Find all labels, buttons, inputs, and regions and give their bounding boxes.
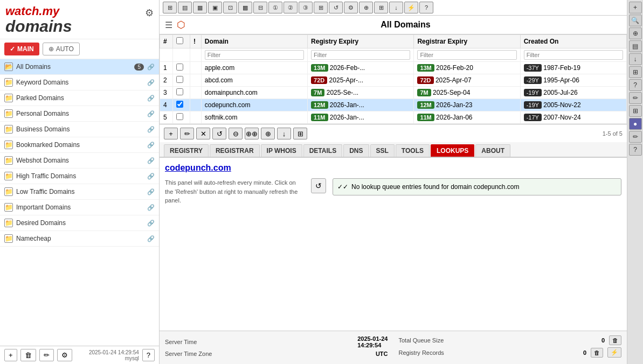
hamburger-icon[interactable]: ☰ [165,20,172,30]
toolbar-btn-10[interactable]: ⊞ [314,2,328,13]
sidebar-item-business-domains[interactable]: 📁Business Domains🔗 [0,122,159,137]
help-button[interactable]: ? [142,349,155,361]
tab-about[interactable]: ABOUT [475,144,510,157]
cell-checkbox[interactable] [173,99,190,111]
toolbar-btn-14[interactable]: ⊞ [374,2,388,13]
toolbar-btn-12[interactable]: ⚙ [344,2,358,13]
rt-edit-button[interactable]: ✏ [629,92,642,104]
sidebar-item-bookmarked-domains[interactable]: 📁Bookmarked Domains🔗 [0,137,159,153]
filter-registry-expiry[interactable] [311,50,410,60]
gear-icon[interactable]: ⚙ [145,7,154,19]
download-button[interactable]: ↓ [277,128,291,139]
table-row[interactable]: 3 domainpunch.com 7M 2025-Se-... 7M 2025… [160,87,627,99]
cell-num: 4 [160,99,173,111]
copy-button[interactable]: ⊕⊕ [245,128,259,139]
toolbar-btn-11[interactable]: ↺ [329,2,343,13]
delete-domain-button[interactable]: ✕ [196,128,210,139]
toolbar-btn-15[interactable]: ↓ [389,2,403,13]
registry-records-delete-button[interactable]: 🗑 [591,348,603,358]
registry-records-flash-button[interactable]: ⚡ [607,347,621,358]
total-queue-row: Total Queue Size 0 🗑 [399,335,622,345]
row-checkbox[interactable] [176,88,183,95]
tab-registrar[interactable]: REGISTRAR [210,144,260,157]
toolbar-btn-5[interactable]: ▩ [238,2,252,13]
total-queue-delete-button[interactable]: 🗑 [609,335,621,345]
rt-box-button[interactable]: ⊞ [629,105,642,117]
sidebar-item-personal-domains[interactable]: 📁Personal Domains🔗 [0,106,159,122]
rt-search-button[interactable]: 🔍 [629,15,642,26]
sidebar-item-parked-domains[interactable]: 📁Parked Domains🔗 [0,90,159,106]
toolbar-btn-8[interactable]: ② [284,2,298,13]
delete-list-button[interactable]: 🗑 [20,349,36,361]
tab-details[interactable]: DETAILS [303,144,342,157]
tab-registry[interactable]: REGISTRY [164,144,209,157]
move-button[interactable]: ⊕ [261,128,275,139]
cell-created: -29Y 1995-Apr-06 [520,74,626,87]
toolbar-btn-17[interactable]: ? [419,2,433,13]
sidebar-item-low-traffic-domains[interactable]: 📁Low Traffic Domains🔗 [0,184,159,200]
toolbar-btn-13[interactable]: ⊕ [359,2,373,13]
registry-badge: 72D [311,76,327,84]
auto-button[interactable]: ⊕ AUTO [43,43,80,55]
filter-registrar-expiry[interactable] [417,50,516,60]
edit-domain-button[interactable]: ✏ [180,128,194,139]
settings-list-button[interactable]: ⚙ [57,349,72,361]
rt-add-button[interactable]: + [629,2,642,13]
add-domain-button[interactable]: + [164,128,178,139]
content-area: ☰ ⬡ All Domains # ! Domain Registry Expi… [160,16,627,364]
rt-download-button[interactable]: ↓ [629,53,642,65]
toolbar-btn-1[interactable]: ▤ [178,2,192,13]
add-list-button[interactable]: + [4,349,17,361]
toolbar-btn-6[interactable]: ⊟ [253,2,267,13]
tab-ssl[interactable]: SSL [370,144,395,157]
table-row[interactable]: 5 softnik.com 11M 2026-Jan-... 11M 2026-… [160,111,627,124]
rt-help-button[interactable]: ? [629,79,642,91]
toolbar-btn-16[interactable]: ⚡ [404,2,418,13]
grid-button[interactable]: ⊞ [293,128,307,139]
sidebar-item-all-domains[interactable]: 📂All Domains5🔗 [0,59,159,75]
tab-lookups[interactable]: LOOKUPS [431,144,474,157]
lookup-refresh-button[interactable]: ↺ [311,178,326,193]
rt-list-button[interactable]: ▤ [629,40,642,52]
toolbar-btn-2[interactable]: ▦ [193,2,207,13]
row-checkbox[interactable] [176,113,183,120]
edit-list-button[interactable]: ✏ [39,349,54,361]
cell-checkbox[interactable] [173,111,190,124]
row-checkbox[interactable] [176,76,183,83]
tab-dns[interactable]: DNS [343,144,369,157]
rt-zoom-button[interactable]: ⊕ [629,27,642,39]
sidebar-item-keyword-domains[interactable]: 📁Keyword Domains🔗 [0,75,159,90]
main-button[interactable]: ✓ MAIN [4,43,39,55]
sidebar-item-high-traffic-domains[interactable]: 📁High Traffic Domains🔗 [0,169,159,184]
rt-info-button[interactable]: ? [629,144,642,156]
domain-link[interactable]: codepunch.com [165,163,231,172]
rt-grid-button[interactable]: ⊞ [629,66,642,78]
cell-checkbox[interactable] [173,87,190,99]
toolbar-btn-0[interactable]: ⊞ [163,2,177,13]
cell-checkbox[interactable] [173,74,190,87]
table-row[interactable]: 4 codepunch.com 12M 2026-Jan-... 12M 202… [160,99,627,111]
table-row[interactable]: 1 apple.com 13M 2026-Feb-... 13M 2026-Fe… [160,62,627,74]
toolbar-btn-3[interactable]: ▣ [208,2,222,13]
toolbar-btn-9[interactable]: ③ [299,2,313,13]
select-all-checkbox[interactable] [176,37,183,44]
sidebar-item-namecheap[interactable]: 📁Namecheap🔗 [0,231,159,247]
rt-active-button[interactable]: ● [629,118,642,130]
refresh-button[interactable]: ↺ [212,128,226,139]
sidebar-item-desired-domains[interactable]: 📁Desired Domains🔗 [0,215,159,231]
tab-tools[interactable]: TOOLS [396,144,430,157]
link-icon: 🔗 [147,142,155,149]
sidebar-item-webshot-domains[interactable]: 📁Webshot Domains🔗 [0,153,159,169]
filter-created-on[interactable] [524,50,623,60]
row-checkbox[interactable] [176,101,183,108]
rt-pencil-button[interactable]: ✏ [629,131,642,143]
tab-ip-whois[interactable]: IP WHOIS [261,144,302,157]
remove-button[interactable]: ⊖ [229,128,243,139]
toolbar-btn-4[interactable]: ⊡ [223,2,237,13]
table-row[interactable]: 2 abcd.com 72D 2025-Apr-... 72D 2025-Apr… [160,74,627,87]
sidebar-item-important-domains[interactable]: 📁Important Domains🔗 [0,200,159,215]
cell-checkbox[interactable] [173,62,190,74]
toolbar-btn-7[interactable]: ① [268,2,282,13]
row-checkbox[interactable] [176,64,183,71]
filter-domain[interactable] [205,50,304,60]
